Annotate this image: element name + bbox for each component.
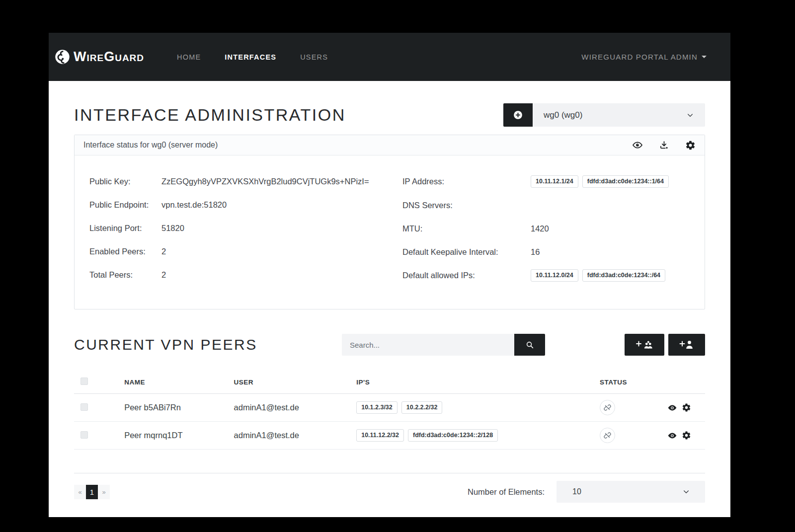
ip-badge: 10.11.12.1/24 bbox=[531, 175, 578, 188]
interface-details-left: Public Key: ZzEGQgyh8yVPZXVKSXhVrgB2lud9… bbox=[89, 175, 402, 293]
nav-link-interfaces[interactable]: INTERFACES bbox=[213, 48, 288, 66]
plus-people-icon bbox=[636, 339, 653, 350]
user-menu-label: WIREGUARD PORTAL ADMIN bbox=[581, 53, 698, 61]
main-content: INTERFACE ADMINISTRATION wg0 (wg0) bbox=[49, 81, 730, 517]
peer-status-badge bbox=[600, 400, 615, 415]
allowed-ips-row: Default allowed IPs: 10.11.12.0/24 fdfd:… bbox=[402, 269, 690, 282]
peers-table-header-row: NAME USER IP'S STATUS bbox=[74, 371, 705, 394]
ip-badge: fdfd:d3ad:c0de:1234::2/128 bbox=[408, 429, 498, 442]
table-row: Peer mqrnq1DT adminA1@test.de 10.11.12.2… bbox=[74, 422, 705, 450]
brand[interactable]: WireGuard bbox=[55, 49, 144, 65]
column-header-user: USER bbox=[234, 371, 357, 394]
ip-badge: 10.2.2.2/32 bbox=[401, 401, 443, 414]
keepalive-value: 16 bbox=[531, 246, 540, 258]
add-peer-button[interactable] bbox=[668, 334, 705, 356]
eye-icon bbox=[667, 431, 677, 441]
allowed-ips-label: Default allowed IPs: bbox=[402, 269, 531, 282]
total-peers-label: Total Peers: bbox=[89, 269, 161, 281]
eye-icon bbox=[667, 403, 677, 413]
view-config-button[interactable] bbox=[632, 140, 643, 151]
app-window: WireGuard HOME INTERFACES USERS WIREGUAR… bbox=[49, 33, 730, 517]
link-off-icon bbox=[603, 403, 612, 412]
nav-links: HOME INTERFACES USERS bbox=[165, 48, 340, 66]
elements-per-page-select[interactable]: 10 bbox=[556, 481, 705, 503]
pagination-next[interactable]: » bbox=[98, 485, 110, 499]
ip-address-row: IP Address: 10.11.12.1/24 fdfd:d3ad:c0de… bbox=[402, 175, 690, 188]
peer-settings-button[interactable] bbox=[682, 431, 691, 441]
row-checkbox[interactable] bbox=[80, 403, 88, 411]
peer-add-buttons bbox=[625, 334, 705, 356]
peer-status-badge bbox=[600, 428, 615, 443]
add-multiple-peers-button[interactable] bbox=[625, 334, 664, 356]
column-header-name: NAME bbox=[124, 371, 234, 394]
user-menu-dropdown[interactable]: WIREGUARD PORTAL ADMIN bbox=[581, 53, 707, 61]
public-key-value: ZzEGQgyh8yVPZXVKSXhVrgB2lud9CVjTUGk9s+NP… bbox=[161, 175, 369, 187]
peer-name: Peer mqrnq1DT bbox=[124, 422, 234, 450]
peer-user: adminA1@test.de bbox=[234, 422, 357, 450]
wireguard-dragon-icon bbox=[55, 49, 70, 65]
table-footer: « 1 » Number of Elements: 10 bbox=[74, 481, 705, 503]
interface-details-right: IP Address: 10.11.12.1/24 fdfd:d3ad:c0de… bbox=[402, 175, 690, 293]
listening-port-value: 51820 bbox=[161, 222, 184, 234]
elements-per-page-value: 10 bbox=[572, 487, 581, 496]
public-key-label: Public Key: bbox=[89, 175, 161, 187]
interface-select[interactable]: wg0 (wg0) bbox=[533, 103, 705, 127]
elements-per-page-label: Number of Elements: bbox=[468, 487, 545, 497]
ip-badge: 10.11.12.0/24 bbox=[531, 269, 578, 282]
peer-ip-badges: 10.1.2.3/32 10.2.2.2/32 bbox=[356, 401, 600, 414]
interface-controls: wg0 (wg0) bbox=[503, 103, 705, 127]
gear-icon bbox=[685, 140, 696, 151]
select-all-checkbox[interactable] bbox=[80, 378, 88, 385]
nav-link-home[interactable]: HOME bbox=[165, 48, 213, 66]
peers-header: CURRENT VPN PEERS bbox=[74, 334, 705, 356]
ip-badge: 10.11.12.2/32 bbox=[356, 429, 404, 442]
dns-servers-row: DNS Servers: bbox=[402, 199, 690, 211]
keepalive-row: Default Keepalive Interval: 16 bbox=[402, 246, 690, 258]
mtu-label: MTU: bbox=[402, 223, 531, 234]
caret-down-icon bbox=[702, 56, 707, 58]
brand-name: WireGuard bbox=[74, 49, 144, 65]
mtu-row: MTU: 1420 bbox=[402, 223, 690, 234]
add-interface-button[interactable] bbox=[503, 103, 533, 127]
listening-port-row: Listening Port: 51820 bbox=[89, 222, 402, 234]
interface-status-card-body: Public Key: ZzEGQgyh8yVPZXVKSXhVrgB2lud9… bbox=[75, 155, 705, 309]
public-endpoint-label: Public Endpoint: bbox=[89, 199, 161, 211]
ip-badge: 10.1.2.3/32 bbox=[356, 401, 398, 414]
magnifier-icon bbox=[525, 340, 535, 350]
download-config-button[interactable] bbox=[659, 140, 669, 151]
interface-settings-button[interactable] bbox=[685, 140, 696, 151]
interface-status-card-header: Interface status for wg0 (server mode) bbox=[75, 135, 705, 155]
public-endpoint-row: Public Endpoint: vpn.test.de:51820 bbox=[89, 199, 402, 211]
pagination-prev[interactable]: « bbox=[74, 485, 86, 499]
search-input[interactable] bbox=[342, 334, 514, 356]
gear-icon bbox=[682, 431, 691, 440]
keepalive-label: Default Keepalive Interval: bbox=[402, 246, 531, 258]
download-icon bbox=[659, 140, 669, 151]
search-group bbox=[342, 334, 545, 356]
gear-icon bbox=[682, 403, 691, 412]
row-checkbox[interactable] bbox=[80, 431, 88, 439]
row-actions bbox=[667, 403, 705, 413]
title-row: INTERFACE ADMINISTRATION wg0 (wg0) bbox=[74, 103, 705, 127]
pagination: « 1 » bbox=[74, 485, 110, 499]
chevron-down-icon bbox=[686, 111, 694, 119]
enabled-peers-row: Enabled Peers: 2 bbox=[89, 245, 402, 257]
eye-icon bbox=[632, 140, 643, 151]
peer-user: adminA1@test.de bbox=[234, 394, 357, 422]
pagination-page-1[interactable]: 1 bbox=[86, 485, 98, 499]
listening-port-label: Listening Port: bbox=[89, 222, 161, 234]
chevron-down-icon bbox=[682, 488, 690, 496]
view-peer-button[interactable] bbox=[667, 403, 677, 413]
peers-table: NAME USER IP'S STATUS Peer b5ABi7Rn admi… bbox=[74, 371, 705, 450]
ip-address-label: IP Address: bbox=[402, 175, 531, 188]
nav-link-users[interactable]: USERS bbox=[288, 48, 340, 66]
view-peer-button[interactable] bbox=[667, 431, 677, 441]
total-peers-row: Total Peers: 2 bbox=[89, 269, 402, 281]
link-off-icon bbox=[603, 431, 612, 440]
column-header-status: STATUS bbox=[600, 371, 667, 394]
search-button[interactable] bbox=[514, 334, 545, 356]
enabled-peers-value: 2 bbox=[161, 245, 166, 257]
total-peers-value: 2 bbox=[161, 269, 166, 281]
peer-settings-button[interactable] bbox=[682, 403, 691, 413]
table-end-divider bbox=[74, 473, 705, 473]
